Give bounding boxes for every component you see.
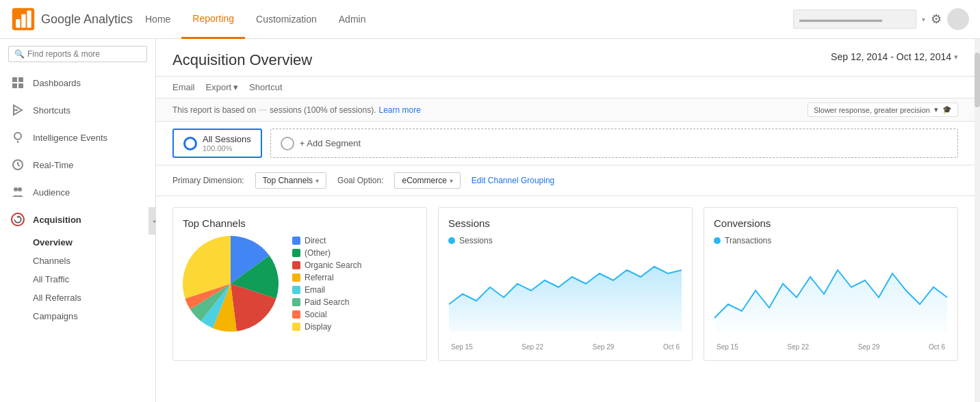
session-bar: This report is based on sessions (100% o… (156, 98, 975, 122)
legend-color-other (292, 249, 300, 257)
sidebar-label-intelligence: Intelligence Events (33, 133, 107, 143)
svg-rect-1 (16, 19, 20, 28)
legend-color-direct (292, 237, 300, 245)
sidebar-item-acquisition[interactable]: Acquisition (0, 206, 155, 233)
grid-icon (11, 76, 25, 90)
sessions-title: Sessions (448, 217, 682, 229)
legend-color-display (292, 323, 300, 331)
sessions-panel: Sessions Sessions (438, 207, 693, 361)
sidebar-sub-all-traffic[interactable]: All Traffic (0, 270, 155, 289)
shortcut-button[interactable]: Shortcut (249, 82, 282, 92)
session-count (259, 109, 267, 111)
page-title: Acquisition Overview (172, 51, 312, 69)
sidebar-search-container[interactable]: 🔍 (8, 46, 147, 62)
segment-pct: 100.00% (203, 144, 251, 152)
date-range-picker[interactable]: Sep 12, 2014 - Oct 12, 2014 ▾ (831, 51, 958, 62)
sidebar-item-shortcuts[interactable]: Shortcuts (0, 96, 155, 124)
dimensions-row: Primary Dimension: Top Channels ▾ Goal O… (156, 165, 975, 196)
legend-referral: Referral (292, 273, 361, 282)
primary-dim-select[interactable]: Top Channels ▾ (255, 172, 326, 189)
conversions-x-labels: Sep 15 Sep 22 Sep 29 Oct 6 (714, 343, 948, 351)
export-button[interactable]: Export ▾ (206, 82, 239, 92)
svg-rect-4 (12, 77, 17, 82)
sidebar-label-realtime: Real-Time (33, 160, 73, 170)
edit-channel-grouping-link[interactable]: Edit Channel Grouping (472, 176, 554, 185)
layout: 🔍 Dashboards Shortcuts Intelligence Even… (0, 39, 980, 402)
search-input[interactable] (27, 49, 141, 59)
session-prefix: This report is based on (172, 105, 256, 115)
svg-line-14 (18, 165, 20, 166)
precision-icon: 🎓 (942, 105, 952, 114)
page-header: Acquisition Overview Sep 12, 2014 - Oct … (156, 39, 975, 77)
precision-control[interactable]: Slower response, greater precision ▾ 🎓 (808, 103, 958, 117)
sidebar-sub-overview[interactable]: Overview (0, 233, 155, 252)
sidebar-label-shortcuts: Shortcuts (33, 105, 70, 116)
email-button[interactable]: Email (172, 82, 195, 92)
nav-reporting[interactable]: Reporting (181, 0, 245, 39)
all-sessions-segment[interactable]: All Sessions 100.00% (172, 129, 262, 158)
svg-rect-7 (18, 83, 23, 88)
svg-point-10 (14, 133, 21, 139)
precision-arrow: ▾ (934, 105, 938, 114)
nav-right: ▬▬▬▬▬▬▬▬▬▬▬ ▾ ⚙ (793, 8, 969, 30)
charts-row: Top Channels (156, 196, 975, 372)
sessions-legend: Sessions (448, 236, 682, 245)
pie-chart (183, 236, 279, 332)
goal-select[interactable]: eCommerce ▾ (394, 172, 460, 189)
segment-circle (183, 137, 197, 150)
date-range-arrow: ▾ (954, 53, 958, 62)
scrollbar[interactable] (975, 39, 980, 402)
nav-dropdown-arrow[interactable]: ▾ (922, 16, 925, 23)
sidebar-collapse-btn[interactable]: ◀ (149, 207, 156, 234)
sidebar-label-dashboards: Dashboards (33, 78, 81, 88)
sidebar-item-realtime[interactable]: Real-Time (0, 151, 155, 178)
nav-admin[interactable]: Admin (328, 0, 377, 39)
session-suffix: sessions (100% of sessions). (270, 105, 376, 115)
sidebar-item-intelligence[interactable]: Intelligence Events (0, 124, 155, 151)
clock-icon (11, 158, 25, 172)
sidebar-item-audience[interactable]: Audience (0, 178, 155, 206)
conversions-dot (714, 237, 721, 244)
sidebar-sub-campaigns[interactable]: Campaigns (0, 307, 155, 325)
toolbar: Email Export ▾ Shortcut (156, 77, 975, 98)
nav-home[interactable]: Home (134, 0, 181, 39)
segments-row: All Sessions 100.00% + Add Segment (156, 122, 975, 165)
app-name: Google Analytics (41, 12, 133, 27)
sidebar-sub-all-referrals[interactable]: All Referrals (0, 289, 155, 307)
add-segment-btn[interactable]: + Add Segment (270, 129, 958, 158)
learn-more-link[interactable]: Learn more (378, 105, 420, 115)
conversions-title: Conversions (714, 217, 948, 229)
segment-info: All Sessions 100.00% (203, 134, 251, 152)
legend-email: Email (292, 285, 361, 295)
nav-customization[interactable]: Customization (245, 0, 328, 39)
top-channels-panel: Top Channels (172, 207, 427, 361)
main-content: Acquisition Overview Sep 12, 2014 - Oct … (156, 39, 975, 402)
legend-paid: Paid Search (292, 297, 361, 307)
sidebar-label-acquisition: Acquisition (33, 215, 81, 225)
shortcuts-icon (11, 103, 25, 117)
sessions-line-chart (448, 250, 682, 338)
top-nav: Google Analytics Home Reporting Customiz… (0, 0, 980, 39)
audience-icon (11, 185, 25, 199)
sidebar: 🔍 Dashboards Shortcuts Intelligence Even… (0, 39, 156, 402)
search-icon: 🔍 (14, 49, 25, 59)
legend-color-email (292, 286, 300, 294)
google-analytics-logo (11, 7, 36, 31)
acquisition-icon (11, 213, 25, 226)
sessions-chart-area: Sep 15 Sep 22 Sep 29 Oct 6 (448, 250, 682, 351)
sidebar-label-audience: Audience (33, 187, 70, 198)
legend-other: (Other) (292, 248, 361, 258)
sessions-dot (448, 237, 455, 244)
goal-label: Goal Option: (337, 176, 383, 185)
conversions-line-chart (714, 250, 948, 338)
conversions-panel: Conversions Transactions (704, 207, 958, 361)
top-channels-title: Top Channels (183, 217, 417, 229)
scrollbar-thumb[interactable] (975, 53, 980, 107)
sidebar-item-dashboards[interactable]: Dashboards (0, 69, 155, 96)
gear-icon[interactable]: ⚙ (931, 12, 942, 27)
logo-area: Google Analytics (11, 7, 134, 31)
sidebar-sub-channels[interactable]: Channels (0, 252, 155, 270)
legend-social: Social (292, 310, 361, 319)
svg-rect-5 (18, 77, 23, 82)
precision-label: Slower response, greater precision (814, 106, 930, 114)
